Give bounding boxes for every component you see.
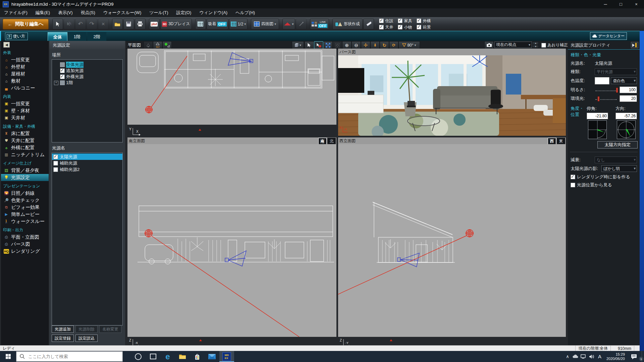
check-accessories[interactable]: 小物 (398, 24, 412, 30)
add-light-button[interactable]: 光源追加 (52, 325, 74, 333)
menu-view[interactable]: 表示(V) (54, 10, 76, 16)
menu-viewpoint[interactable]: 視点(S) (77, 10, 99, 16)
sidebar-item-place-exterior[interactable]: ♣外構に配置 (1, 144, 49, 151)
task-view-button[interactable] (146, 351, 160, 362)
undo-button[interactable]: ↶ (75, 19, 86, 29)
color-swatch[interactable] (595, 77, 609, 84)
render-shadow-checkbox[interactable]: レンダリング時に影を作る (568, 173, 640, 181)
save-settings-button[interactable]: 設定登録 (52, 335, 74, 342)
viewpoint-dropdown[interactable]: 現在の視点▾ (494, 42, 532, 48)
south-elevation-canvas[interactable] (127, 144, 336, 337)
redo-button[interactable]: ↷ (87, 19, 97, 29)
direction-north-button[interactable]: 北 (327, 138, 336, 144)
walk-down-button[interactable]: ⬇ (370, 41, 380, 49)
ime-indicator[interactable]: A (596, 351, 604, 362)
print-button[interactable] (135, 19, 146, 29)
sidebar-item-sunlight[interactable]: 🌄日照／斜線 (1, 190, 49, 197)
search-input[interactable] (28, 354, 106, 359)
menu-window[interactable]: ウィンドウ(A) (195, 10, 231, 16)
edge-button[interactable]: e (160, 351, 175, 362)
menu-edit[interactable]: 編集(E) (32, 10, 54, 16)
tree-item-global-light[interactable]: 全体光源 (52, 62, 122, 68)
light-name-list[interactable]: 太陽光源 補助光源 補助光源2 (52, 153, 123, 325)
tilt-correction-checkbox[interactable]: あおり補正 (541, 42, 568, 48)
light-item-aux1[interactable]: 補助光源 (52, 160, 122, 166)
direction-west-button[interactable]: 西 (548, 138, 556, 144)
volume-icon[interactable] (588, 351, 596, 362)
elevation-value[interactable]: -21.80 (587, 113, 608, 119)
back-to-floorplan-button[interactable]: ← 間取り編集へ (3, 19, 49, 29)
myhome-designer-app-button[interactable]: MDEX (219, 351, 234, 362)
tree-item-added-light[interactable]: 追加光源 (52, 68, 122, 74)
west-elevation-canvas[interactable] (338, 144, 566, 337)
tab-floor2[interactable]: 2階 (87, 32, 106, 41)
light-item-aux2[interactable]: 補助光源2 (52, 166, 122, 173)
fit-view-button[interactable] (323, 41, 333, 49)
sidebar-collapse-button[interactable]: ◀ (3, 42, 10, 48)
pan-button[interactable]: ✛ (361, 41, 370, 49)
ambient-value[interactable]: 20 (620, 95, 637, 102)
roof-display-dropdown[interactable]: ▾ (282, 19, 295, 29)
select-tool-button[interactable] (305, 41, 314, 49)
onedrive-icon[interactable] (572, 351, 580, 362)
brightness-value[interactable]: 100 (620, 86, 637, 93)
delete-button[interactable]: × (98, 19, 109, 29)
multi-select-button[interactable] (64, 19, 74, 29)
direction-dial[interactable] (617, 120, 636, 139)
file-explorer-button[interactable] (175, 351, 190, 362)
direction-east-button[interactable]: 東 (557, 138, 565, 144)
light-type-dropdown[interactable]: 平行光源 (595, 68, 637, 75)
zoom-in-button[interactable]: ⊕ (342, 41, 352, 49)
sidebar-item-color-check[interactable]: 🔎色覚チェック (1, 197, 49, 204)
load-settings-button[interactable]: 設定読込 (75, 335, 98, 342)
snapshot-camera-button[interactable] (484, 41, 494, 49)
sidebar-item-background-daynight[interactable]: 🖼背景／昼夕夜 (1, 167, 49, 174)
camera-rotate-button[interactable]: ⟳ (389, 41, 398, 49)
store-button[interactable] (190, 351, 205, 362)
sidebar-item-easy-movie[interactable]: ▶簡単ムービー (1, 211, 49, 218)
network-icon[interactable] (580, 351, 588, 362)
sidebar-item-niche-trim[interactable]: ▥ニッチ／トリム (1, 151, 49, 158)
color-temp-dropdown[interactable]: 昼白色 (611, 77, 637, 84)
pers-viewport-canvas[interactable]: Z -X (338, 55, 566, 136)
sidebar-item-light-settings[interactable]: 💡光源設定 (1, 174, 49, 181)
start-button[interactable] (0, 351, 16, 362)
sun-shadow-dropdown[interactable]: ぼかし弱 (601, 165, 637, 172)
save-button[interactable] (123, 19, 134, 29)
taskbar-clock[interactable]: 15:29 2020/06/20 (604, 352, 628, 361)
view-angle-dropdown[interactable]: 80°▾ (398, 41, 420, 49)
tray-expand-button[interactable]: ∧ (564, 351, 572, 362)
tree-item-floor1[interactable]: +1階 (52, 80, 122, 86)
panel-expand-button[interactable] (631, 42, 638, 48)
wand-tool-button[interactable] (296, 19, 307, 29)
light-place-tree[interactable]: 全体光源 追加光源 外構光源 +1階 (52, 59, 123, 142)
check-foreground[interactable]: 前景 (417, 24, 431, 30)
elevation-dial[interactable] (588, 120, 607, 139)
open-file-button[interactable] (112, 19, 123, 29)
falloff-dropdown[interactable]: なし (595, 157, 637, 163)
sidebar-item-walkthrough[interactable]: 🚶ウォークスルー (1, 218, 49, 225)
sidebar-item-ground-material[interactable]: ⌂敷材 (1, 77, 49, 84)
brightness-slider[interactable] (595, 87, 618, 93)
sidebar-item-balcony[interactable]: ▄バルコニー (1, 84, 49, 92)
zoom-out-button[interactable]: ⊖ (352, 41, 361, 49)
check-fixtures[interactable]: 住設 (379, 18, 393, 24)
menu-tools[interactable]: ツール(T) (145, 10, 172, 16)
taskbar-search[interactable] (16, 351, 123, 362)
menu-settings[interactable]: 設定(O) (172, 10, 196, 16)
check-furniture[interactable]: 家具 (398, 18, 412, 24)
measure-tool-button[interactable] (363, 19, 374, 29)
maximize-button[interactable]: □ (613, 0, 629, 8)
sidebar-item-ceiling-material[interactable]: ▣天井材 (1, 114, 49, 121)
orbit-button[interactable]: ↻ (380, 41, 389, 49)
3d-place-button[interactable]: 3D 3Dプレイス (160, 19, 192, 29)
menu-help[interactable]: ヘルプ(H) (231, 10, 259, 16)
check-exterior[interactable]: 外構 (417, 18, 431, 24)
quad-view-dropdown[interactable]: 四面図▾ (251, 19, 279, 29)
sidebar-item-rendering[interactable]: HQレンダリング (1, 248, 49, 255)
tab-floor1[interactable]: 1階 (67, 32, 87, 41)
select-light-tool-button[interactable] (314, 41, 323, 49)
cortana-button[interactable] (131, 351, 146, 362)
tree-item-exterior-light[interactable]: 外構光源 (52, 74, 122, 80)
shape-create-button[interactable]: 形状作成 (332, 19, 363, 29)
